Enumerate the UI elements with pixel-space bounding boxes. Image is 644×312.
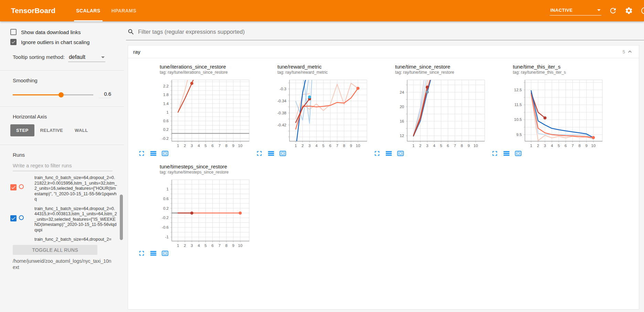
run-checkbox[interactable]	[10, 215, 17, 221]
tab-hparams[interactable]: HPARAMS	[106, 0, 142, 21]
checkbox[interactable]	[10, 39, 17, 45]
svg-text:6: 6	[211, 243, 213, 248]
data-series-icon[interactable]	[149, 249, 157, 257]
charts-grid: tune/iterations_since_restore tag: ray/t…	[128, 58, 639, 261]
data-series-icon[interactable]	[503, 149, 510, 157]
svg-text:11.5: 11.5	[514, 103, 522, 107]
fit-domain-icon[interactable]	[514, 149, 522, 157]
chart-tag: tag: ray/tune/iterations_since_restore	[160, 70, 252, 75]
data-series-icon[interactable]	[385, 149, 393, 157]
data-series-icon[interactable]	[267, 149, 275, 157]
run-item[interactable]: train_func_2_batch_size=64,dropout_2=	[10, 237, 124, 244]
toggle-all-runs-button[interactable]: TOGGLE ALL RUNS	[13, 245, 97, 255]
axis-button-wall[interactable]: WALL	[69, 124, 94, 136]
tag-filter-input[interactable]	[138, 29, 644, 35]
fit-domain-icon[interactable]	[161, 149, 169, 157]
chart-plot[interactable]: 12345678910-0.20.20.611.41.82.2	[134, 77, 251, 149]
data-series-icon[interactable]	[149, 149, 157, 157]
svg-text:8: 8	[225, 144, 228, 148]
svg-text:8: 8	[225, 243, 228, 248]
expand-chart-icon[interactable]	[491, 149, 499, 157]
run-item[interactable]: train_func_1_batch_size=64,dropout_2=0.4…	[10, 206, 124, 233]
run-solo-radio[interactable]	[19, 215, 24, 220]
svg-text:-0.34: -0.34	[277, 99, 287, 103]
option-row[interactable]: Show data download links	[10, 29, 124, 35]
help-icon[interactable]	[641, 7, 644, 15]
svg-text:6: 6	[447, 144, 449, 148]
status-dropdown-value: INACTIVE	[550, 8, 573, 13]
svg-text:6: 6	[329, 144, 331, 148]
svg-text:2: 2	[302, 144, 304, 148]
fit-domain-icon[interactable]	[397, 149, 404, 157]
runs-filter-input[interactable]	[13, 161, 113, 171]
svg-text:0.2: 0.2	[163, 127, 169, 132]
smoothing-label: Smoothing	[13, 77, 124, 83]
svg-text:8: 8	[343, 144, 345, 148]
expand-chart-icon[interactable]	[138, 249, 146, 257]
svg-text:2.2: 2.2	[163, 84, 169, 88]
svg-text:1.4: 1.4	[163, 102, 169, 106]
chart-title: tune/time_since_restore	[395, 64, 487, 70]
slider-thumb[interactable]	[59, 92, 64, 97]
chevron-up-icon[interactable]	[626, 48, 633, 55]
chart-card: tune/time_this_iter_s tag: ray/tune/time…	[487, 61, 605, 157]
chart-plot[interactable]: 123456789109.510.511.512.5	[487, 77, 604, 149]
refresh-icon[interactable]	[609, 7, 617, 15]
tag-group-header[interactable]: ray 5	[128, 45, 639, 58]
status-dropdown[interactable]: INACTIVE	[550, 6, 601, 15]
chart-tag: tag: ray/tune/time_this_iter_s	[513, 70, 605, 75]
smoothing-slider[interactable]	[13, 92, 93, 97]
svg-text:1: 1	[177, 144, 179, 148]
divider	[0, 145, 124, 145]
svg-text:-0.2: -0.2	[162, 216, 169, 220]
checkmark-icon	[11, 216, 16, 221]
svg-text:9: 9	[232, 243, 234, 248]
log-path: /home/junweid/zoo_automl_logs/nyc_taxi_1…	[13, 258, 113, 270]
chart-plot[interactable]: 1234567891012162024	[370, 77, 486, 149]
axis-button-step[interactable]: STEP	[10, 124, 34, 136]
svg-text:10.5: 10.5	[514, 117, 522, 122]
svg-text:16: 16	[400, 119, 404, 123]
run-checkbox[interactable]	[10, 184, 17, 190]
svg-text:5: 5	[204, 144, 207, 148]
gear-icon[interactable]	[625, 7, 633, 15]
svg-text:0.2: 0.2	[163, 206, 169, 210]
expand-chart-icon[interactable]	[138, 149, 146, 157]
svg-text:-0.38: -0.38	[277, 111, 286, 115]
expand-chart-icon[interactable]	[255, 149, 263, 157]
svg-text:10: 10	[238, 243, 242, 248]
chart-plot[interactable]: 12345678910-1-0.6-0.20.20.61	[134, 177, 251, 249]
checkmark-icon	[11, 185, 16, 190]
svg-text:9: 9	[350, 144, 352, 148]
checkbox[interactable]	[10, 29, 17, 35]
run-controls	[10, 175, 34, 202]
chart-actions	[373, 149, 487, 157]
chart-tag: tag: ray/tune/timesteps_since_restore	[160, 170, 252, 175]
chart-title: tune/time_this_iter_s	[513, 64, 605, 70]
expand-chart-icon[interactable]	[373, 149, 381, 157]
chart-actions	[491, 149, 605, 157]
divider	[0, 70, 124, 71]
nav-tab-label: SCALARS	[76, 8, 100, 13]
svg-text:4: 4	[198, 243, 200, 248]
svg-text:3: 3	[544, 144, 546, 148]
tab-scalars[interactable]: SCALARS	[71, 0, 106, 21]
chart-options: Show data download links Ignore outliers…	[0, 29, 124, 45]
chevron-down-icon	[597, 9, 601, 11]
horizontal-axis-label: Horizontal Axis	[13, 114, 124, 119]
chart-plot[interactable]: 12345678910-0.42-0.38-0.34-0.3	[252, 77, 368, 149]
svg-text:-0.6: -0.6	[162, 225, 169, 229]
run-solo-radio[interactable]	[19, 184, 24, 189]
option-row[interactable]: Ignore outliers in chart scaling	[10, 39, 124, 45]
chart-actions	[138, 249, 252, 257]
fit-domain-icon[interactable]	[161, 249, 169, 257]
svg-text:6: 6	[211, 144, 213, 148]
sidebar-scrollbar[interactable]	[120, 195, 123, 240]
tooltip-sorting-dropdown[interactable]: default	[68, 54, 105, 62]
run-item[interactable]: train_func_0_batch_size=64,dropout_2=0.2…	[10, 175, 124, 202]
axis-button-relative[interactable]: RELATIVE	[34, 124, 69, 136]
smoothing-value[interactable]: 0.6	[99, 91, 111, 98]
tooltip-sorting-label: Tooltip sorting method:	[13, 54, 65, 60]
fit-domain-icon[interactable]	[279, 149, 287, 157]
checkmark-icon	[11, 39, 16, 45]
